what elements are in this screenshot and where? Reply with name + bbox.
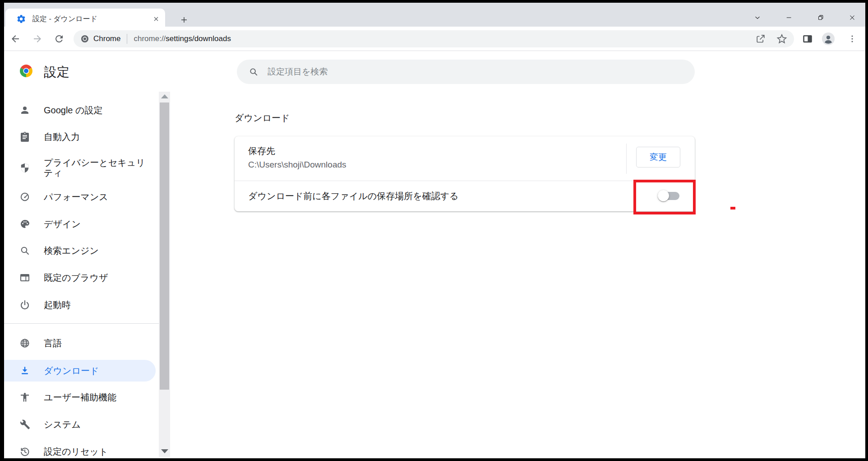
window-edge bbox=[0, 458, 868, 461]
close-button[interactable] bbox=[842, 10, 863, 25]
accessibility-icon bbox=[19, 392, 30, 403]
profile-avatar[interactable] bbox=[822, 33, 835, 45]
sidebar-item-label: 言語 bbox=[44, 338, 62, 349]
window-edge bbox=[865, 0, 868, 461]
globe-icon bbox=[19, 338, 30, 349]
forward-icon[interactable] bbox=[31, 33, 44, 45]
address-bar[interactable]: Chrome chrome:// settings/downloads bbox=[74, 30, 794, 47]
settings-search-input[interactable] bbox=[237, 60, 695, 84]
reload-icon[interactable] bbox=[53, 33, 65, 45]
speedometer-icon bbox=[19, 191, 30, 202]
sidebar-item-label: システム bbox=[44, 419, 81, 430]
wrench-icon bbox=[19, 419, 30, 430]
sidebar-item-label: デザイン bbox=[44, 219, 81, 229]
chrome-glyph-icon bbox=[80, 34, 89, 43]
palette-icon bbox=[19, 219, 30, 229]
side-panel-icon[interactable] bbox=[801, 33, 814, 45]
row-separator bbox=[626, 144, 627, 174]
sidebar-item-label: 既定のブラウザ bbox=[44, 273, 108, 283]
new-tab-button[interactable] bbox=[177, 14, 191, 26]
tab-search-chevron-icon[interactable] bbox=[747, 10, 768, 25]
search-icon bbox=[19, 245, 30, 256]
browser-window-icon bbox=[19, 272, 30, 283]
sidebar-item-system[interactable]: システム bbox=[4, 414, 156, 435]
annotation-dash bbox=[730, 207, 735, 210]
sidebar-scrollbar-thumb[interactable] bbox=[160, 102, 169, 390]
sidebar-item-google-settings[interactable]: Google の設定 bbox=[4, 99, 156, 121]
bookmark-star-icon[interactable] bbox=[776, 33, 788, 45]
sidebar-item-appearance[interactable]: デザイン bbox=[4, 213, 156, 235]
page-title: 設定 bbox=[44, 64, 70, 81]
ask-download-location-row: ダウンロード前に各ファイルの保存場所を確認する bbox=[235, 181, 695, 211]
sidebar-item-label: パフォーマンス bbox=[44, 192, 108, 202]
restore-button[interactable] bbox=[810, 10, 831, 25]
sidebar-item-performance[interactable]: パフォーマンス bbox=[4, 186, 156, 208]
history-icon bbox=[19, 446, 30, 457]
browser-toolbar: Chrome chrome:// settings/downloads bbox=[0, 27, 868, 51]
sidebar-item-on-startup[interactable]: 起動時 bbox=[4, 294, 156, 316]
window-edge bbox=[0, 0, 4, 461]
url-scheme: chrome:// bbox=[134, 34, 166, 43]
change-location-button[interactable]: 変更 bbox=[636, 147, 680, 168]
sidebar-item-label: 起動時 bbox=[44, 300, 71, 310]
clipboard-icon bbox=[19, 131, 30, 142]
sidebar-item-label: ダウンロード bbox=[44, 366, 99, 376]
tab-title: 設定 - ダウンロード bbox=[32, 14, 152, 24]
sidebar-item-autofill[interactable]: 自動入力 bbox=[4, 126, 156, 148]
sidebar-item-search-engine[interactable]: 検索エンジン bbox=[4, 240, 156, 261]
download-location-row: 保存先 C:\Users\shoji\Downloads 変更 bbox=[235, 136, 695, 181]
sidebar-item-default-browser[interactable]: 既定のブラウザ bbox=[4, 267, 156, 289]
sidebar-item-label: 設定のリセット bbox=[44, 447, 108, 457]
site-name: Chrome bbox=[93, 34, 120, 43]
download-icon bbox=[19, 365, 30, 376]
ask-download-location-label: ダウンロード前に各ファイルの保存場所を確認する bbox=[248, 190, 459, 202]
sidebar-item-accessibility[interactable]: ユーザー補助機能 bbox=[4, 386, 156, 408]
download-location-label: 保存先 bbox=[248, 145, 275, 157]
menu-dots-icon[interactable] bbox=[846, 33, 859, 45]
url-separator bbox=[127, 34, 127, 44]
minimize-button[interactable] bbox=[779, 10, 799, 25]
sidebar-item-privacy[interactable]: プライバシーとセキュリティ bbox=[4, 154, 156, 182]
sidebar-divider bbox=[4, 323, 159, 324]
power-icon bbox=[19, 299, 30, 310]
url-path: settings/downloads bbox=[166, 34, 231, 43]
downloads-settings-card: 保存先 C:\Users\shoji\Downloads 変更 ダウンロード前に… bbox=[235, 136, 695, 211]
sidebar-item-label: 検索エンジン bbox=[44, 246, 99, 256]
sidebar-item-label: Google の設定 bbox=[44, 105, 103, 116]
scrollbar-down-arrow-icon[interactable] bbox=[161, 449, 168, 453]
settings-search bbox=[237, 60, 695, 84]
gear-favicon-icon bbox=[16, 14, 26, 24]
tab-close-icon[interactable] bbox=[152, 15, 160, 23]
sidebar-item-downloads[interactable]: ダウンロード bbox=[4, 360, 156, 382]
search-icon bbox=[249, 67, 259, 77]
back-icon[interactable] bbox=[9, 33, 22, 45]
sidebar-item-languages[interactable]: 言語 bbox=[4, 332, 156, 354]
download-location-value: C:\Users\shoji\Downloads bbox=[248, 160, 346, 170]
sidebar-item-label: 自動入力 bbox=[44, 132, 80, 142]
section-title: ダウンロード bbox=[235, 112, 290, 124]
window-edge bbox=[0, 0, 868, 3]
browser-window: 設定 - ダウンロード bbox=[0, 0, 868, 461]
sidebar-item-label: ユーザー補助機能 bbox=[44, 392, 116, 403]
chrome-logo-icon bbox=[20, 65, 32, 77]
person-icon bbox=[19, 105, 30, 116]
share-icon[interactable] bbox=[754, 33, 767, 45]
annotation-highlight-box bbox=[633, 180, 696, 214]
scrollbar-up-arrow-icon[interactable] bbox=[161, 94, 168, 98]
shield-icon bbox=[19, 163, 30, 173]
sidebar-item-label: プライバシーとセキュリティ bbox=[44, 158, 151, 178]
tab-strip: 設定 - ダウンロード bbox=[0, 3, 868, 27]
